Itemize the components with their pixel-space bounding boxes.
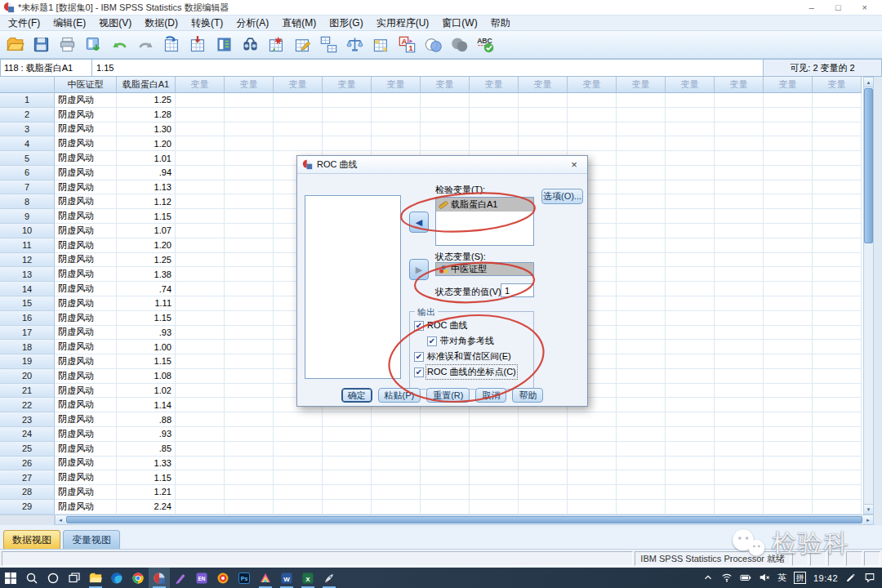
cell-empty[interactable] xyxy=(666,108,715,122)
cell-empty[interactable] xyxy=(519,442,568,457)
cell-apoa1[interactable]: 1.01 xyxy=(117,151,176,166)
spss-taskbar-icon[interactable] xyxy=(149,568,170,588)
column-header-tcm-type[interactable]: 中医证型 xyxy=(55,77,117,93)
ink-workspace-icon[interactable] xyxy=(845,572,857,585)
cell-empty[interactable] xyxy=(813,296,862,311)
cell-tcm-type[interactable]: 阴虚风动 xyxy=(55,442,117,457)
cell-empty[interactable] xyxy=(715,326,764,341)
cell-tcm-type[interactable]: 阴虚风动 xyxy=(55,166,117,180)
cell-empty[interactable] xyxy=(617,151,666,166)
cell-empty[interactable] xyxy=(225,136,274,151)
cell-empty[interactable] xyxy=(225,470,274,485)
cell-empty[interactable] xyxy=(666,485,715,500)
cell-empty[interactable] xyxy=(715,398,764,412)
endnote-icon[interactable]: EN xyxy=(191,568,212,588)
cell-empty[interactable] xyxy=(568,442,617,457)
cell-empty[interactable] xyxy=(176,354,225,369)
cell-empty[interactable] xyxy=(176,296,225,311)
cell-empty[interactable] xyxy=(813,398,862,412)
cell-empty[interactable] xyxy=(274,93,323,108)
cell-empty[interactable] xyxy=(274,122,323,137)
cell-empty[interactable] xyxy=(617,253,666,268)
language-indicator[interactable]: 英 xyxy=(777,572,786,584)
cell-empty[interactable] xyxy=(666,412,715,427)
design-pen-app-icon[interactable] xyxy=(170,568,191,588)
row-number[interactable]: 28 xyxy=(0,485,55,500)
cell-empty[interactable] xyxy=(666,457,715,471)
cell-empty[interactable] xyxy=(274,136,323,151)
cell-tcm-type[interactable]: 阴虚风动 xyxy=(55,253,117,268)
cell-empty[interactable] xyxy=(568,500,617,514)
cell-empty[interactable] xyxy=(764,296,813,311)
cell-editor[interactable]: 1.15 xyxy=(92,59,764,77)
redo-icon[interactable] xyxy=(134,33,158,56)
cell-empty[interactable] xyxy=(225,253,274,268)
menu-window[interactable]: 窗口(W) xyxy=(435,15,483,32)
cell-empty[interactable] xyxy=(274,427,323,442)
cell-empty[interactable] xyxy=(225,457,274,471)
cortana-icon[interactable] xyxy=(42,568,64,588)
cell-tcm-type[interactable]: 阴虚风动 xyxy=(55,296,117,311)
cell-empty[interactable] xyxy=(715,442,764,457)
cell-empty[interactable] xyxy=(813,470,862,485)
row-number[interactable]: 2 xyxy=(0,108,55,122)
cell-apoa1[interactable]: 1.28 xyxy=(117,108,176,122)
menu-view[interactable]: 视图(V) xyxy=(92,15,138,32)
cell-empty[interactable] xyxy=(323,412,372,427)
close-button[interactable]: × xyxy=(862,2,867,12)
cell-empty[interactable] xyxy=(225,311,274,326)
cell-empty[interactable] xyxy=(372,412,421,427)
cell-empty[interactable] xyxy=(225,384,274,399)
cell-empty[interactable] xyxy=(715,93,764,108)
cell-empty[interactable] xyxy=(666,354,715,369)
cell-empty[interactable] xyxy=(666,384,715,399)
menu-file[interactable]: 文件(F) xyxy=(2,15,47,32)
row-number[interactable]: 9 xyxy=(0,209,55,224)
column-header-empty[interactable]: 变量 xyxy=(470,77,519,93)
column-header-empty[interactable]: 变量 xyxy=(617,77,666,93)
cell-apoa1[interactable]: .74 xyxy=(117,282,176,296)
cell-empty[interactable] xyxy=(666,282,715,296)
row-number[interactable]: 24 xyxy=(0,427,55,442)
cell-apoa1[interactable]: .85 xyxy=(117,442,176,457)
row-number[interactable]: 20 xyxy=(0,369,55,384)
cell-empty[interactable] xyxy=(372,427,421,442)
cell-empty[interactable] xyxy=(813,354,862,369)
cell-empty[interactable] xyxy=(225,267,274,282)
cell-tcm-type[interactable]: 阴虚风动 xyxy=(55,180,117,195)
cell-empty[interactable] xyxy=(225,209,274,224)
cell-apoa1[interactable]: 1.15 xyxy=(117,311,176,326)
cell-empty[interactable] xyxy=(323,485,372,500)
cell-tcm-type[interactable]: 阴虚风动 xyxy=(55,354,117,369)
cell-empty[interactable] xyxy=(225,354,274,369)
cell-apoa1[interactable]: 1.20 xyxy=(117,136,176,151)
cell-empty[interactable] xyxy=(225,166,274,180)
cell-tcm-type[interactable]: 阴虚风动 xyxy=(55,427,117,442)
row-number[interactable]: 11 xyxy=(0,238,55,253)
cell-empty[interactable] xyxy=(372,457,421,471)
goto-case-icon[interactable] xyxy=(160,33,184,56)
cell-empty[interactable] xyxy=(666,166,715,180)
cell-empty[interactable] xyxy=(225,108,274,122)
cell-empty[interactable] xyxy=(176,180,225,195)
cell-tcm-type[interactable]: 阴虚风动 xyxy=(55,412,117,427)
cell-empty[interactable] xyxy=(764,209,813,224)
column-header-empty[interactable]: 变量 xyxy=(715,77,764,93)
cell-empty[interactable] xyxy=(666,369,715,384)
row-number[interactable]: 10 xyxy=(0,224,55,238)
cell-empty[interactable] xyxy=(617,108,666,122)
cell-empty[interactable] xyxy=(421,500,470,514)
cell-tcm-type[interactable]: 阴虚风动 xyxy=(55,398,117,412)
cell-tcm-type[interactable]: 阴虚风动 xyxy=(55,194,117,209)
cell-empty[interactable] xyxy=(225,427,274,442)
cell-empty[interactable] xyxy=(372,485,421,500)
cell-tcm-type[interactable]: 阴虚风动 xyxy=(55,340,117,354)
cell-empty[interactable] xyxy=(568,457,617,471)
cell-empty[interactable] xyxy=(813,384,862,399)
cell-empty[interactable] xyxy=(225,93,274,108)
cell-empty[interactable] xyxy=(617,470,666,485)
column-header-apoa1[interactable]: 载脂蛋白A1 xyxy=(117,77,176,93)
maximize-button[interactable]: □ xyxy=(835,2,841,12)
cell-empty[interactable] xyxy=(764,311,813,326)
start-button[interactable] xyxy=(0,568,21,588)
